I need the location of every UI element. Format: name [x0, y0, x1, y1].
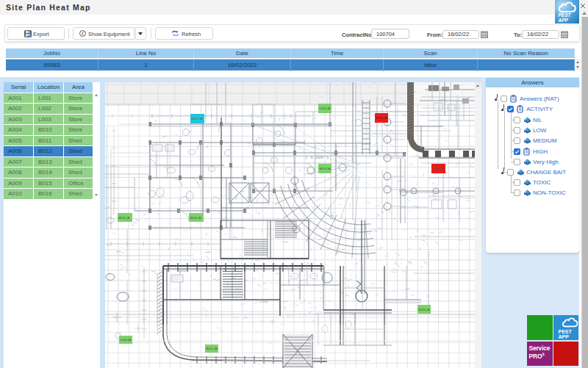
svg-text:APP: APP: [558, 18, 569, 23]
svg-text:L001 (A: L001 (A: [320, 107, 331, 110]
svg-text:B016 (A: B016 (A: [419, 308, 430, 311]
svg-text:L003 (A: L003 (A: [433, 167, 444, 170]
svg-text:PEST: PEST: [558, 329, 572, 334]
svg-text:APP: APP: [558, 334, 569, 339]
svg-text:B010 (A: B010 (A: [207, 347, 218, 350]
svg-text:PEST: PEST: [559, 12, 572, 18]
svg-text:B014 (A: B014 (A: [190, 216, 201, 220]
svg-text:B013 (A: B013 (A: [320, 167, 331, 170]
svg-text:B012 (A: B012 (A: [192, 117, 203, 120]
svg-text:B011 (A: B011 (A: [119, 216, 130, 220]
svg-text:L002 (A: L002 (A: [121, 338, 132, 342]
svg-text:3000: 3000: [179, 269, 187, 273]
svg-text:1.500: 1.500: [259, 300, 268, 303]
svg-text:B010 (A: B010 (A: [376, 116, 387, 120]
